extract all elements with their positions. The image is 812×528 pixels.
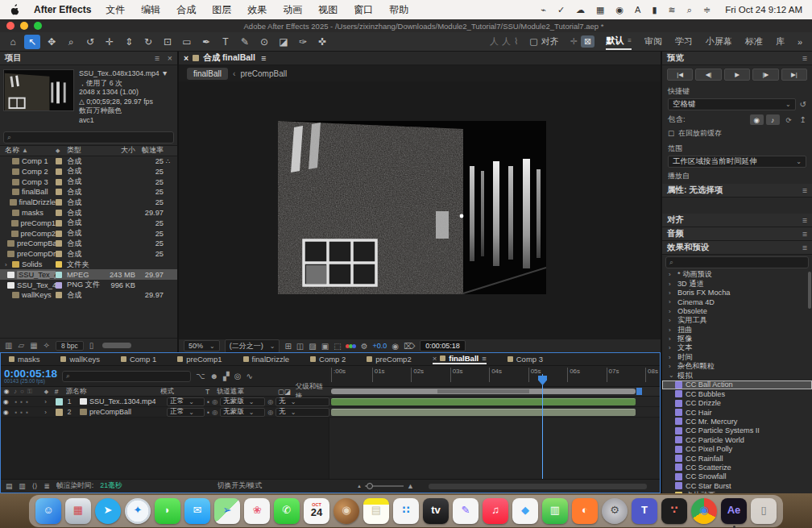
dock-item[interactable]: ◐ [572, 498, 598, 524]
tab-label[interactable]: masks [18, 355, 39, 364]
viewer-panel-menu-icon[interactable]: ≡ [261, 53, 266, 63]
effect-item-row[interactable]: CC Snowfall [662, 472, 812, 481]
trackmatte-column[interactable]: 轨道遮罩 [217, 387, 278, 397]
label-column-icon[interactable]: ◆ [44, 389, 55, 395]
layer-expand-arrow[interactable]: › [44, 398, 53, 405]
share-icon[interactable]: ↥ [800, 115, 806, 124]
region-of-interest-icon[interactable]: ▣ [321, 342, 329, 351]
tool-button[interactable]: T [218, 35, 234, 49]
blend-mode-dropdown[interactable]: 正常⌄ [167, 397, 205, 406]
effect-label[interactable]: CC Pixel Polly [686, 445, 732, 453]
new-folder-icon[interactable]: ▱ [18, 341, 24, 350]
project-item-row[interactable]: Comp 1 合成 25 ∴ [0, 156, 177, 167]
tool-button[interactable]: ◪ [276, 35, 292, 49]
workspace-menu-icon[interactable]: ≡ [628, 37, 632, 44]
project-item-row[interactable]: Comp 3 合成 25 [0, 177, 177, 187]
item-name[interactable]: Comp 2 [22, 168, 48, 176]
parent-dropdown[interactable]: 无⌄ [276, 397, 329, 406]
expand-arrow-icon[interactable]: › [669, 298, 674, 306]
effect-label[interactable]: CC Ball Action [686, 380, 733, 389]
status-icon[interactable]: ▦ [596, 5, 604, 15]
comp-toggle-icon[interactable]: ▥ [19, 482, 25, 490]
parent-pickwhip-icon[interactable]: ◎ [267, 398, 273, 405]
panel-menu-icon[interactable]: ≡ [802, 243, 807, 252]
timeline-tab[interactable]: × finalBall ≡ [433, 354, 487, 364]
track-matte-dropdown[interactable]: 无蒙版⌄ [220, 397, 265, 406]
status-icon[interactable]: A [635, 5, 640, 15]
column-name[interactable]: 名称 [5, 145, 19, 156]
tool-button[interactable]: ⇕ [121, 35, 137, 49]
effects-scrollbar[interactable] [808, 272, 811, 309]
tool-button[interactable]: ↻ [140, 35, 156, 49]
project-item-row[interactable]: › Solids 文件夹 [0, 260, 177, 270]
toolbar-icon[interactable]: 人 [490, 35, 499, 48]
project-search-input[interactable]: ⌕ [3, 131, 174, 143]
viewer-close-icon[interactable]: × [184, 53, 188, 63]
timeline-tab[interactable]: × preComp1 ≡ [177, 355, 222, 364]
dock-item[interactable]: ☺ [35, 498, 61, 524]
timeline-tab[interactable]: × masks ≡ [9, 355, 39, 364]
label-color-swatch[interactable] [56, 240, 62, 247]
brackets-icon[interactable]: ⟨⟩ [32, 482, 38, 490]
effect-item-row[interactable]: CC Rainfall [662, 454, 812, 463]
item-name[interactable]: preComp2 [21, 230, 56, 238]
menu-item[interactable]: 编辑 [141, 3, 160, 17]
mask-toggle-icon[interactable]: ⬚ [334, 342, 341, 351]
tool-button[interactable]: ⌕ [63, 35, 79, 49]
item-name[interactable]: preCompBall [17, 239, 56, 247]
effects-search-input[interactable]: ⌕ [665, 256, 809, 268]
preserve-column[interactable]: T [205, 388, 217, 396]
workspace-tab-default[interactable]: 默认 [606, 35, 624, 47]
panel-menu-icon[interactable]: ≡ [155, 53, 160, 63]
effect-label[interactable]: CC Snowfall [686, 472, 727, 480]
transport-button[interactable]: ▶ [724, 69, 750, 81]
cache-checkbox[interactable]: ☐ [668, 130, 674, 138]
tab-label[interactable]: preComp1 [186, 355, 222, 364]
menu-item[interactable]: 视图 [318, 3, 338, 17]
snap-checkbox-icon[interactable]: ▢ [529, 36, 537, 47]
label-color-swatch[interactable] [56, 158, 62, 164]
tab-close-icon[interactable]: × [433, 354, 437, 363]
gizmo-icon[interactable]: ✛ [570, 36, 578, 47]
effect-label[interactable]: CC Particle World [686, 436, 744, 444]
menu-item[interactable]: 帮助 [389, 3, 408, 17]
workspace-overflow-icon[interactable]: » [798, 35, 802, 48]
audio-column-icon[interactable]: ♪ [14, 388, 17, 396]
tab-label[interactable]: finalDrizzle [252, 355, 289, 364]
menu-app-name[interactable]: After Effects [34, 4, 91, 15]
expand-arrow-icon[interactable]: › [669, 344, 674, 351]
effect-label[interactable]: CC Mr. Mercury [686, 418, 737, 426]
matte-pickwhip-icon[interactable]: ◎ [212, 409, 218, 416]
preserve-transparency-icon[interactable]: ▪ [207, 409, 209, 416]
status-icon[interactable]: ▮ [652, 5, 657, 15]
project-item-row[interactable]: masks 合成 29.97 [0, 208, 177, 218]
effect-label[interactable]: CC Bubbles [686, 390, 725, 398]
effect-item-row[interactable]: CC Scatterize [662, 463, 812, 472]
status-icon[interactable]: ≑ [703, 5, 710, 15]
effect-item-row[interactable]: CC Hair [662, 408, 812, 417]
tool-button[interactable]: ⊙ [256, 35, 272, 49]
dock-item[interactable]: ♫ [483, 498, 508, 524]
resolution-dropdown[interactable]: (二分之一)⌄ [225, 339, 280, 353]
layer-row[interactable]: ◉ ▪▪▪ › 1 SSU_Tex..1304.mp4 正常⌄ ▪ [1, 397, 660, 407]
expand-arrow-icon[interactable]: › [669, 363, 674, 370]
panel-menu-icon[interactable]: ≡ [802, 185, 807, 195]
column-type[interactable]: 类型 [67, 145, 105, 156]
expand-arrow-icon[interactable]: › [669, 354, 674, 361]
layer-source-name[interactable]: SSU_Tex..1304.mp4 [89, 397, 156, 405]
item-name[interactable]: SSU_Tex_4.png [17, 281, 56, 289]
label-color-swatch[interactable] [56, 231, 62, 237]
tab-label[interactable]: Comp 1 [130, 355, 156, 364]
timeline-tab[interactable]: × preComp2 ≡ [367, 355, 411, 364]
status-icon[interactable]: ≋ [669, 5, 676, 15]
tab-label[interactable]: Comp 3 [516, 355, 543, 364]
parent-dropdown[interactable]: 无⌄ [276, 408, 329, 417]
color-depth-button[interactable]: 8 bpc [56, 341, 84, 351]
dock-item[interactable]: ▦ [65, 498, 91, 524]
toolbar-icon[interactable]: 人 [502, 35, 511, 48]
transport-button[interactable]: |▶ [752, 69, 778, 81]
panel-menu-icon[interactable]: ≡ [802, 215, 807, 225]
layer-source-name[interactable]: preCompBall [89, 408, 131, 416]
project-item-row[interactable]: finalDrizzle 合成 25 [0, 197, 177, 208]
expand-arrow-icon[interactable]: › [669, 308, 674, 315]
